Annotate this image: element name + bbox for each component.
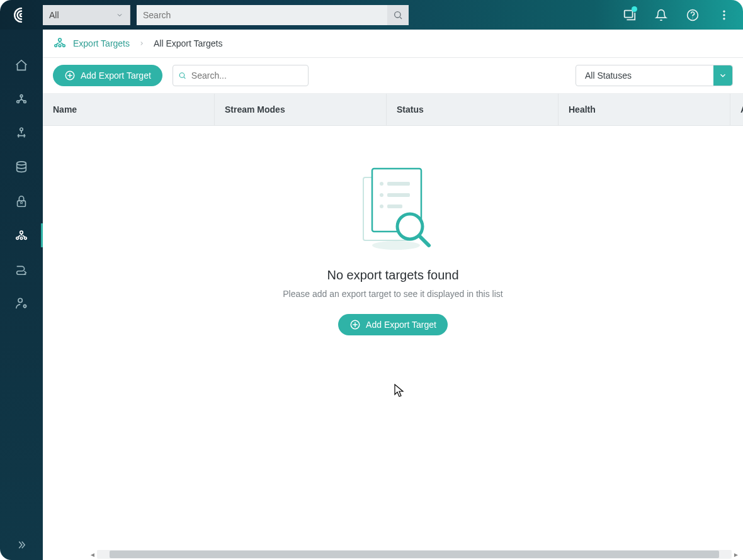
breadcrumb: Export Targets All Export Targets: [43, 30, 743, 58]
help-icon[interactable]: [680, 3, 705, 28]
more-menu-icon[interactable]: [712, 3, 737, 28]
empty-subtitle: Please add an export target to see it di…: [283, 289, 502, 299]
sidebar: [0, 30, 43, 560]
route-icon: [14, 262, 28, 276]
col-status[interactable]: Status: [387, 94, 559, 125]
col-author[interactable]: Author: [730, 94, 743, 125]
lock-icon: [14, 194, 28, 208]
svg-point-25: [55, 44, 57, 47]
svg-rect-38: [387, 193, 410, 197]
svg-point-8: [20, 95, 23, 98]
plus-circle-icon: [64, 70, 76, 81]
col-health[interactable]: Health: [559, 94, 730, 125]
sidebar-item-user-settings[interactable]: [0, 286, 43, 320]
global-search[interactable]: [137, 5, 409, 25]
sidebar-item-security[interactable]: [0, 184, 43, 218]
empty-state: No export targets found Please add an ex…: [43, 126, 743, 560]
breadcrumb-icon: [53, 36, 67, 52]
svg-line-1: [400, 17, 402, 19]
filter-label: All: [49, 10, 59, 20]
svg-point-31: [179, 73, 184, 78]
svg-point-16: [17, 162, 26, 165]
flow-icon: [14, 126, 28, 140]
search-icon: [393, 10, 403, 20]
scroll-left-icon[interactable]: ◄: [88, 550, 97, 559]
scroll-right-icon[interactable]: ►: [732, 550, 740, 559]
table-search[interactable]: [173, 65, 309, 86]
svg-point-5: [723, 10, 725, 12]
sidebar-item-discover[interactable]: [0, 82, 43, 116]
add-export-target-button[interactable]: Add Export Target: [53, 65, 162, 86]
svg-point-6: [723, 14, 725, 16]
search-icon: [178, 71, 186, 80]
svg-point-22: [18, 298, 22, 302]
breadcrumb-current: All Export Targets: [154, 38, 222, 48]
empty-add-button-label: Add Export Target: [366, 320, 436, 330]
scrollbar-track[interactable]: [97, 550, 732, 559]
notification-dot: [632, 6, 637, 12]
plus-circle-icon: [349, 319, 361, 330]
svg-point-19: [16, 237, 19, 240]
svg-line-43: [419, 236, 429, 245]
svg-point-37: [380, 193, 383, 197]
empty-add-export-target-button[interactable]: Add Export Target: [338, 314, 448, 335]
svg-point-35: [380, 182, 383, 186]
sidebar-expand-button[interactable]: [0, 530, 43, 560]
global-search-input[interactable]: [137, 10, 387, 20]
chevron-double-right-icon: [16, 539, 27, 551]
sidebar-item-routes[interactable]: [0, 252, 43, 286]
tasks-icon[interactable]: [617, 3, 642, 28]
svg-point-26: [59, 44, 61, 47]
svg-point-27: [63, 44, 65, 47]
svg-point-7: [723, 18, 725, 20]
global-search-filter[interactable]: All: [43, 5, 130, 25]
sidebar-item-channels[interactable]: [0, 116, 43, 150]
main-content: Export Targets All Export Targets Add Ex…: [43, 30, 743, 560]
chevron-right-icon: [139, 38, 145, 48]
chevron-down-icon: [713, 65, 732, 86]
col-stream[interactable]: Stream Modes: [215, 94, 387, 125]
toolbar: Add Export Target All Statuses: [43, 58, 743, 94]
svg-point-21: [25, 237, 27, 240]
horizontal-scrollbar[interactable]: ◄ ►: [88, 550, 740, 559]
svg-rect-40: [387, 204, 402, 208]
svg-point-41: [372, 241, 420, 250]
breadcrumb-link[interactable]: Export Targets: [73, 38, 130, 48]
svg-rect-36: [387, 182, 410, 186]
svg-point-0: [395, 11, 400, 17]
svg-rect-2: [625, 10, 633, 17]
scrollbar-thumb[interactable]: [110, 551, 719, 558]
nodes-icon: [14, 92, 28, 106]
svg-point-20: [20, 237, 23, 240]
empty-document-search-icon: [352, 164, 434, 252]
sidebar-item-home[interactable]: [0, 48, 43, 82]
status-filter-label: All Statuses: [576, 70, 713, 81]
table-header: Name Stream Modes Status Health Author: [43, 94, 743, 126]
export-icon: [14, 228, 28, 242]
sidebar-item-export-targets[interactable]: [0, 218, 43, 252]
global-search-button[interactable]: [387, 5, 409, 25]
bell-icon[interactable]: [649, 3, 674, 28]
status-filter-dropdown[interactable]: All Statuses: [576, 65, 733, 86]
svg-line-32: [184, 77, 185, 79]
user-gear-icon: [14, 296, 28, 310]
svg-point-18: [20, 231, 23, 234]
empty-title: No export targets found: [327, 268, 458, 283]
mouse-cursor-icon: [394, 384, 404, 398]
app-logo[interactable]: [6, 7, 37, 23]
svg-point-24: [59, 38, 62, 42]
svg-point-39: [380, 204, 383, 208]
chevron-down-icon: [116, 11, 123, 19]
col-name[interactable]: Name: [43, 94, 215, 125]
svg-point-11: [20, 128, 23, 131]
app-header: All: [0, 0, 743, 30]
table-search-input[interactable]: [190, 70, 303, 81]
database-icon: [14, 160, 28, 174]
add-button-label: Add Export Target: [81, 70, 151, 81]
sidebar-item-storage[interactable]: [0, 150, 43, 184]
svg-point-4: [692, 17, 693, 18]
home-icon: [14, 59, 28, 72]
